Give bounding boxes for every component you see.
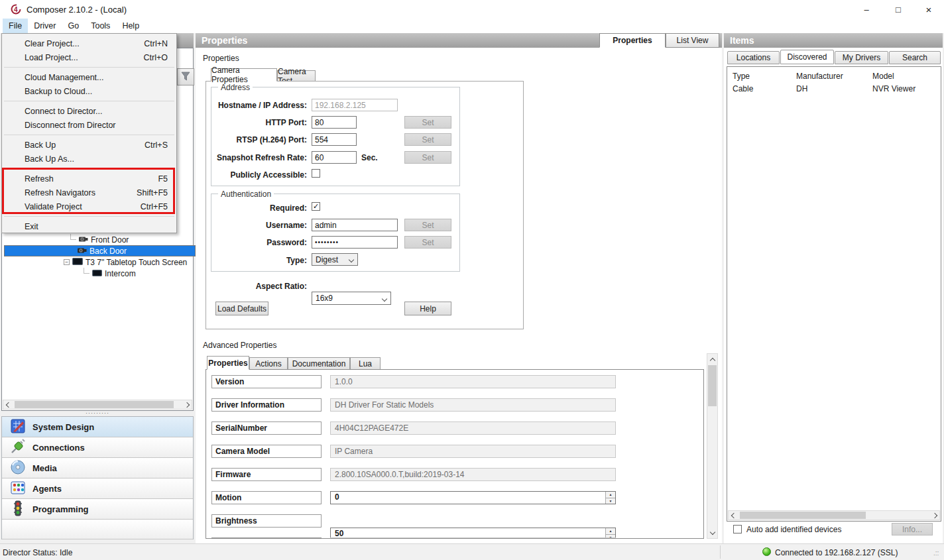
tree-item-back-door[interactable]: Back Door — [4, 245, 196, 256]
column-header-model[interactable]: Model — [872, 72, 894, 81]
advanced-vertical-scrollbar[interactable] — [707, 353, 718, 539]
items-tab-locations[interactable]: Locations — [727, 51, 780, 64]
filter-button[interactable] — [177, 68, 194, 85]
filter-funnel-icon — [180, 71, 191, 84]
items-header-title: Items — [730, 35, 754, 46]
column-header-type[interactable]: Type — [733, 72, 750, 81]
table-row-cell-type[interactable]: Cable — [733, 84, 753, 93]
close-button-icon[interactable]: × — [919, 2, 939, 17]
scroll-left-icon[interactable] — [3, 400, 13, 409]
password-input[interactable] — [312, 236, 398, 249]
tab-advanced-documentation[interactable]: Documentation — [288, 357, 350, 370]
auto-add-checkbox[interactable] — [733, 525, 742, 533]
tab-camera-test[interactable]: Camera Test — [277, 70, 316, 82]
menu-tools[interactable]: Tools — [85, 19, 116, 33]
menu-help[interactable]: Help — [116, 19, 145, 33]
nav-agents[interactable]: Agents — [2, 478, 193, 499]
menu-item-cloud-management[interactable]: Cloud Management... — [2, 70, 176, 84]
menu-item-backup-to-cloud[interactable]: Backup to Cloud... — [2, 84, 176, 98]
table-row-cell-manufacturer[interactable]: DH — [796, 84, 807, 93]
connection-status-icon — [762, 547, 771, 556]
menu-item-validate-project[interactable]: Validate ProjectCtrl+F5 — [2, 199, 176, 213]
menu-item-back-up-as[interactable]: Back Up As... — [2, 152, 176, 166]
info-button[interactable]: Info... — [892, 523, 933, 535]
nav-system-design[interactable]: System Design — [2, 417, 193, 437]
table-row-cell-model[interactable]: NVR Viewer — [872, 84, 915, 93]
spinner-buttons[interactable]: ▲ ▼ — [605, 492, 615, 504]
nav-programming[interactable]: Programming — [2, 499, 193, 520]
view-tab-properties[interactable]: Properties — [599, 33, 666, 48]
menu-item-clear-project[interactable]: Clear Project...Ctrl+N — [2, 36, 176, 50]
load-defaults-button[interactable]: Load Defaults — [215, 302, 268, 315]
items-tab-search[interactable]: Search — [889, 51, 941, 64]
tree-item-intercom[interactable]: Intercom — [4, 268, 196, 279]
publicly-accessible-checkbox[interactable] — [312, 169, 320, 178]
items-horizontal-scrollbar[interactable] — [728, 510, 940, 520]
column-header-manufacturer[interactable]: Manufacturer — [796, 72, 843, 81]
http-port-set-button[interactable]: Set — [404, 116, 451, 129]
scrollbar-thumb[interactable] — [740, 512, 866, 519]
spinner-down-icon[interactable]: ▼ — [605, 498, 615, 504]
tree-item-label: T3 7" Tabletop Touch Screen — [86, 258, 187, 267]
tree-expander-icon[interactable]: − — [64, 259, 70, 265]
menu-item-load-project[interactable]: Load Project...Ctrl+O — [2, 50, 176, 64]
scrollbar-thumb[interactable] — [708, 365, 717, 406]
required-checkbox[interactable]: ✓ — [312, 202, 320, 211]
tree-horizontal-scrollbar[interactable] — [3, 400, 192, 410]
advanced-row-name: Firmware — [211, 468, 322, 481]
tab-camera-properties[interactable]: Camera Properties — [211, 68, 277, 82]
http-port-label: HTTP Port: — [212, 118, 307, 127]
password-set-button[interactable]: Set — [404, 236, 451, 249]
http-port-input[interactable] — [312, 116, 357, 129]
rtsp-port-set-button[interactable]: Set — [404, 133, 451, 146]
tree-item-front-door[interactable]: Front Door — [4, 234, 196, 245]
menu-item-exit[interactable]: Exit — [2, 219, 176, 233]
items-tab-my-drivers[interactable]: My Drivers — [835, 51, 888, 64]
resize-grip-icon[interactable]: .:: — [933, 549, 939, 557]
scroll-down-icon[interactable] — [707, 528, 717, 538]
view-tab-list-view[interactable]: List View — [666, 33, 719, 48]
scroll-right-icon[interactable] — [182, 400, 192, 409]
menu-item-refresh[interactable]: RefreshF5 — [2, 172, 176, 186]
nav-label: Media — [32, 463, 57, 473]
advanced-row-value: DH Driver For Static Models — [330, 398, 616, 412]
menu-item-back-up[interactable]: Back UpCtrl+S — [2, 138, 176, 152]
menu-item-connect-to-director[interactable]: Connect to Director... — [2, 104, 176, 118]
scroll-up-icon[interactable] — [707, 354, 717, 364]
nav-connections[interactable]: Connections — [2, 437, 193, 458]
menu-item-refresh-navigators[interactable]: Refresh NavigatorsShift+F5 — [2, 186, 176, 199]
rtsp-port-input[interactable] — [312, 133, 357, 146]
snapshot-rate-input[interactable] — [312, 151, 357, 164]
motion-spinner[interactable]: 0 ▲ ▼ — [330, 491, 616, 504]
auth-type-select[interactable]: Digest — [312, 253, 358, 266]
scroll-right-icon[interactable] — [929, 511, 939, 520]
maximize-button-icon[interactable]: □ — [888, 2, 908, 17]
svg-text:4: 4 — [14, 6, 18, 13]
minimize-button-icon[interactable]: – — [856, 2, 876, 17]
help-button[interactable]: Help — [404, 302, 451, 315]
username-set-button[interactable]: Set — [404, 219, 451, 231]
scrollbar-thumb[interactable] — [15, 401, 174, 408]
spinner-up-icon[interactable]: ▲ — [605, 528, 615, 534]
aspect-ratio-select[interactable]: 16x9 — [312, 292, 391, 305]
menu-file[interactable]: File — [3, 19, 28, 33]
username-input[interactable] — [312, 219, 398, 231]
menu-bar: File Driver Go Tools Help — [0, 19, 944, 33]
tab-advanced-actions[interactable]: Actions — [249, 357, 288, 370]
tree-item-touch-screen[interactable]: − T3 7" Tabletop Touch Screen — [4, 256, 196, 268]
menu-driver[interactable]: Driver — [28, 19, 62, 33]
intercom-icon — [92, 269, 102, 278]
menu-item-disconnect-from-director[interactable]: Disconnect from Director — [2, 118, 176, 132]
tab-advanced-lua[interactable]: Lua — [350, 357, 381, 370]
connections-icon — [10, 439, 26, 457]
scroll-left-icon[interactable] — [729, 511, 738, 520]
snapshot-set-button[interactable]: Set — [404, 151, 451, 164]
items-tab-discovered[interactable]: Discovered — [780, 50, 834, 64]
nav-media[interactable]: Media — [2, 458, 193, 478]
tab-advanced-properties[interactable]: Properties — [207, 356, 249, 370]
spinner-up-icon[interactable]: ▲ — [605, 492, 615, 498]
properties-section-label: Properties — [203, 54, 239, 63]
splitter-handle[interactable]: ········· — [1, 411, 194, 416]
menu-go[interactable]: Go — [62, 19, 86, 33]
authentication-group-legend: Authentication — [218, 190, 274, 199]
